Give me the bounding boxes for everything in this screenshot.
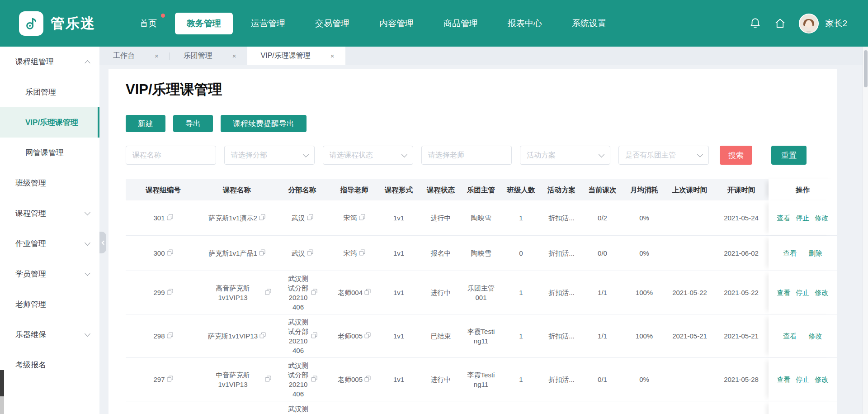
table-body: 301萨克斯1v1演示2武汉宋筠1v1进行中陶映雪1折扣活...0/20%202…	[126, 200, 837, 414]
copy-icon[interactable]	[364, 288, 371, 297]
reset-button[interactable]: 重置	[771, 146, 807, 165]
sidebar-collapse-handle[interactable]	[99, 232, 106, 253]
header-cell-label: 课程名称	[223, 185, 251, 195]
page-scrollbar-thumb[interactable]	[864, 50, 868, 87]
stop-link[interactable]: 停止	[796, 288, 810, 297]
stop-link[interactable]: 停止	[796, 375, 810, 384]
delete-link[interactable]: 删除	[809, 248, 822, 258]
sidebar-scrollbar[interactable]	[0, 370, 4, 414]
sidebar-item-grade-exam-signup[interactable]: 考级报名	[0, 350, 99, 380]
tab-label: VIP/乐理课管理	[261, 51, 311, 61]
sidebar-item-course-group-mgmt[interactable]: 课程组管理	[0, 47, 99, 77]
sidebar-item-instrument-maintenance[interactable]: 乐器维保	[0, 319, 99, 350]
edit-link[interactable]: 修改	[809, 331, 822, 341]
avatar[interactable]	[799, 14, 819, 33]
renewal-reminder-export-button[interactable]: 课程续费提醒导出	[221, 115, 307, 132]
cell-last-lesson-time: 2021-05-21	[665, 314, 714, 357]
view-link[interactable]: 查看	[777, 213, 791, 223]
copy-icon[interactable]	[167, 375, 173, 384]
bell-icon[interactable]	[749, 17, 761, 29]
nav-item-home[interactable]: 首页	[128, 13, 169, 34]
tab-close-icon[interactable]: ×	[330, 52, 335, 60]
copy-icon[interactable]	[311, 288, 317, 297]
copy-icon[interactable]	[167, 288, 173, 297]
tab-close-icon[interactable]: ×	[232, 52, 236, 60]
nav-item-settings[interactable]: 系统设置	[560, 13, 618, 34]
copy-icon[interactable]	[359, 213, 365, 223]
copy-icon[interactable]	[307, 213, 313, 223]
cell-activity-plan: 折扣活...	[541, 200, 582, 235]
sidebar-item-student-mgmt[interactable]: 学员管理	[0, 259, 99, 289]
view-link[interactable]: 查看	[777, 288, 791, 297]
course-name-input[interactable]	[126, 146, 216, 165]
copy-icon[interactable]	[364, 331, 371, 341]
copy-icon[interactable]	[259, 213, 265, 223]
nav-item-content[interactable]: 内容管理	[368, 13, 425, 34]
header-cell-start-time: 开课时间	[714, 179, 769, 200]
copy-icon[interactable]	[265, 288, 271, 297]
copy-icon[interactable]	[311, 331, 317, 341]
copy-icon[interactable]	[167, 213, 173, 223]
export-button[interactable]: 导出	[173, 115, 213, 132]
copy-icon[interactable]	[259, 331, 266, 341]
nav-item-operations[interactable]: 运营管理	[239, 13, 297, 34]
home-icon[interactable]	[774, 17, 786, 29]
edit-link[interactable]: 修改	[815, 288, 829, 297]
sidebar-item-vip-music-theory-mgmt[interactable]: VIP/乐理课管理	[0, 107, 99, 138]
tab-workbench[interactable]: 工作台×	[99, 47, 170, 65]
copy-icon[interactable]	[167, 331, 173, 341]
course-status-select[interactable]: 请选课程状态	[323, 146, 413, 165]
sidebar-item-online-course-mgmt[interactable]: 网管课管理	[0, 138, 99, 168]
cell-value: 武汉测试分部20210406	[287, 361, 309, 399]
tab-orchestra-mgmt[interactable]: 乐团管理×	[170, 47, 247, 65]
copy-icon[interactable]	[265, 375, 271, 384]
view-link[interactable]: 查看	[777, 375, 791, 384]
copy-icon[interactable]	[311, 375, 317, 384]
username[interactable]: 家长2	[825, 18, 847, 29]
cell-course-status	[420, 401, 461, 414]
sidebar-scrollbar-thumb[interactable]	[0, 370, 4, 396]
cell-start-time: 2021-05-28	[714, 358, 769, 401]
activity-plan-select[interactable]: 活动方案	[520, 146, 610, 165]
sidebar-item-teacher-mgmt[interactable]: 老师管理	[0, 289, 99, 319]
copy-icon[interactable]	[359, 248, 365, 258]
view-link[interactable]: 查看	[783, 248, 797, 258]
search-button[interactable]: 搜索	[720, 146, 752, 165]
cell-value: 100%	[636, 331, 653, 341]
cell-course-form: 1v1	[377, 200, 420, 235]
cell-value: 已结束	[431, 331, 451, 341]
select-placeholder: 请选择分部	[231, 151, 267, 160]
header-cell-label: 课程组编号	[146, 185, 181, 195]
branch-select[interactable]: 请选择分部	[224, 146, 315, 165]
tab-close-icon[interactable]: ×	[155, 52, 159, 60]
select-placeholder: 是否有乐团主管	[625, 151, 676, 160]
edit-link[interactable]: 修改	[815, 213, 829, 223]
stop-link[interactable]: 停止	[796, 213, 810, 223]
nav-item-products[interactable]: 商品管理	[432, 13, 490, 34]
brand[interactable]: 管乐迷	[19, 11, 95, 36]
copy-icon[interactable]	[364, 375, 371, 384]
teacher-input[interactable]	[421, 146, 512, 165]
create-button[interactable]: 新建	[126, 115, 165, 132]
view-link[interactable]: 查看	[783, 331, 797, 341]
sidebar-item-homework-mgmt[interactable]: 作业管理	[0, 228, 99, 259]
nav-item-reports[interactable]: 报表中心	[496, 13, 554, 34]
sidebar-item-label: 网管课管理	[25, 148, 64, 158]
sidebar-item-course-mgmt[interactable]: 课程管理	[0, 198, 99, 228]
sidebar-item-class-mgmt[interactable]: 班级管理	[0, 168, 99, 198]
cell-group-id: 301	[126, 200, 201, 235]
header-cell-course-name: 课程名称	[201, 179, 273, 200]
sidebar-item-label: 课程管理	[15, 208, 46, 219]
edit-link[interactable]: 修改	[815, 375, 829, 384]
copy-icon[interactable]	[259, 248, 265, 258]
tab-vip-music-theory-mgmt[interactable]: VIP/乐理课管理×	[247, 47, 345, 65]
copy-icon[interactable]	[307, 248, 313, 258]
nav-item-edu-admin[interactable]: 教务管理	[175, 13, 233, 34]
cell-value: 2021-05-22	[672, 288, 707, 297]
action-button-row: 新建导出课程续费提醒导出	[126, 115, 837, 132]
has-orchestra-manager-select[interactable]: 是否有乐团主管	[618, 146, 709, 165]
sidebar-item-orchestra-mgmt[interactable]: 乐团管理	[0, 77, 99, 107]
copy-icon[interactable]	[167, 248, 173, 258]
page-scrollbar[interactable]	[863, 47, 868, 414]
nav-item-transactions[interactable]: 交易管理	[303, 13, 361, 34]
